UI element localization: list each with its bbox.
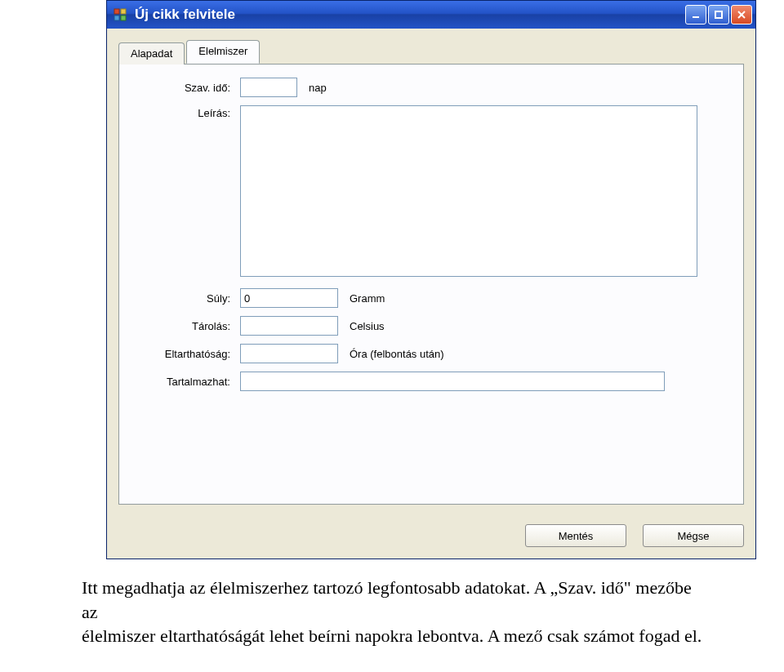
suly-label: Súly:	[134, 292, 240, 305]
eltarthatosag-input[interactable]	[240, 344, 338, 363]
caption-line2: élelmiszer eltarthatóságát lehet beírni …	[82, 625, 702, 646]
svg-rect-4	[693, 16, 699, 18]
svg-rect-1	[121, 9, 126, 14]
svg-rect-3	[121, 16, 126, 20]
leiras-textarea[interactable]	[240, 105, 697, 277]
button-bar: Mentés Mégse	[107, 516, 755, 559]
window-title: Új cikk felvitele	[135, 7, 685, 23]
window-controls	[685, 5, 752, 24]
tarolas-input[interactable]	[240, 316, 338, 336]
eltarthatosag-label: Eltarthatóság:	[134, 348, 240, 360]
titlebar[interactable]: Új cikk felvitele	[107, 1, 755, 29]
suly-input[interactable]	[240, 288, 338, 308]
maximize-button[interactable]	[708, 5, 729, 24]
save-button[interactable]: Mentés	[525, 524, 626, 547]
tab-panel-elelmiszer: Szav. idő: nap Leírás: Súly: Gramm Tárol…	[118, 64, 744, 505]
close-button[interactable]	[731, 5, 752, 24]
tarolas-unit: Celsius	[350, 320, 385, 332]
svg-rect-2	[114, 16, 119, 20]
tartalmazhat-input[interactable]	[240, 372, 665, 391]
szav-ido-unit: nap	[309, 82, 327, 94]
caption-text: Itt megadhatja az élelmiszerhez tartozó …	[82, 576, 702, 648]
szav-ido-label: Szav. idő:	[134, 82, 240, 94]
svg-rect-0	[114, 9, 119, 14]
tartalmazhat-label: Tartalmazhat:	[134, 376, 240, 388]
minimize-button[interactable]	[685, 5, 706, 24]
svg-rect-5	[715, 11, 722, 18]
app-icon	[112, 7, 128, 23]
caption-line1: Itt megadhatja az élelmiszerhez tartozó …	[82, 577, 692, 622]
szav-ido-input[interactable]	[240, 78, 297, 97]
dialog-window: Új cikk felvitele Alapadat E	[106, 0, 756, 559]
tab-elelmiszer[interactable]: Elelmiszer	[186, 40, 260, 64]
client-area: Alapadat Elelmiszer Szav. idő: nap Leírá…	[107, 29, 755, 516]
tabstrip: Alapadat Elelmiszer	[118, 40, 744, 64]
eltarthatosag-unit: Óra (felbontás után)	[350, 348, 444, 360]
tab-alapadat[interactable]: Alapadat	[118, 42, 185, 65]
suly-unit: Gramm	[350, 292, 385, 305]
tarolas-label: Tárolás:	[134, 320, 240, 332]
leiras-label: Leírás:	[134, 105, 240, 119]
cancel-button[interactable]: Mégse	[643, 524, 744, 547]
